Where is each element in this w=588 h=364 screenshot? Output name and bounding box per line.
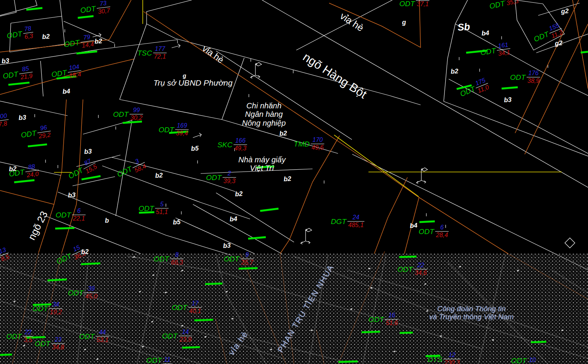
parcel-landuse-code: SKC: [217, 141, 232, 148]
parcel-landuse-code: TSC: [137, 49, 152, 57]
map-line: [374, 177, 407, 254]
parcel-landuse-code: ODT: [113, 111, 128, 118]
parcel-number-area-fraction: 16649,3: [233, 138, 247, 152]
map-line: [444, 101, 588, 156]
parcel-number-area-fraction: 24485,1: [348, 214, 365, 229]
diamond-marker-icon: [565, 238, 575, 248]
landuse-type-label: b2: [235, 190, 243, 197]
landuse-type-label: b4: [230, 216, 238, 222]
parcel-number-area-fraction: 628,4: [435, 224, 449, 239]
map-line: [147, 0, 192, 24]
parcel-label: ODT223,5: [6, 329, 33, 344]
parcel-landuse-code: ODT: [68, 289, 83, 297]
map-line: [352, 154, 588, 270]
parcel-label: ODT866,3: [154, 252, 184, 266]
map-line: [39, 99, 66, 253]
parcel-landuse-code: ODT: [419, 228, 434, 235]
parcel-number-area-fraction: 8521,9: [18, 65, 34, 81]
parcel-number-area-fraction: 2234,6: [414, 262, 427, 276]
parcel-label: ODT925,7: [224, 252, 254, 266]
parcel-landuse-code: ODT: [116, 165, 133, 178]
parcel-number-area-fraction: 1423,9: [179, 329, 192, 343]
parcel-landuse-code: ODT: [480, 47, 496, 56]
parcel-label: ODT551,1: [139, 201, 169, 216]
landuse-type-label: g2: [561, 8, 569, 15]
parcel-label: TSC17772,1: [137, 46, 167, 60]
parcel-label: ODT2234,6: [397, 262, 427, 276]
parcel-landuse-code: ODT: [399, 0, 415, 7]
parcel-number-area-fraction: 8824,0: [24, 163, 40, 179]
landuse-type-label: b4: [482, 30, 490, 37]
parcel-label: ODT37,1: [399, 0, 429, 8]
parcel-number-area-fraction: 12230,3: [443, 352, 460, 364]
landuse-type-label: b2: [9, 165, 17, 172]
parcel-number-area-fraction: 3945,0: [84, 286, 98, 300]
parcel-number-area-fraction: 11: [163, 357, 172, 364]
parcel-number-area-fraction: 10: [528, 357, 537, 364]
parcel-number-area-fraction: 3419,2: [49, 302, 63, 316]
parcel-landuse-code: DTS: [427, 356, 442, 363]
parcel-landuse-code: ODT: [35, 340, 50, 347]
parcel-number-area-fraction: 622,1: [72, 208, 86, 222]
parcel-label: ODT2334,8: [35, 337, 65, 351]
cad-map-viewport[interactable]: ODT7330,7ODT786,3ODT7914,4ODT8521,9ODT10…: [0, 0, 588, 364]
map-line: [0, 0, 37, 15]
landuse-type-label: b2: [284, 175, 292, 182]
parcel-number-area-fraction: 239,3: [223, 170, 236, 185]
parcel-landuse-code: ODT: [159, 126, 174, 133]
map-line: [222, 58, 244, 120]
parcel-number-area-fraction: 17638,9: [527, 70, 540, 84]
landuse-type-label: b: [105, 217, 109, 224]
landuse-type-label: b4: [410, 222, 418, 229]
parcel-number-area-fraction: 9629,2: [36, 124, 52, 140]
parcel-number-area-fraction: 10418,4: [67, 63, 82, 79]
utility-pole-icon: [301, 228, 312, 244]
parcel-label: ODT1740,1: [172, 300, 202, 315]
parcel-landuse-code: ODT: [511, 357, 527, 364]
parcel-landuse-code: ODT: [6, 30, 22, 39]
parcel-number-area-fraction: 16134,1: [496, 41, 511, 57]
landuse-type-label: b3: [19, 114, 27, 121]
parcel-landuse-code: ODT: [56, 211, 71, 219]
parcel-label: ODT1651,6: [368, 312, 399, 327]
parcel-landuse-code: ODT: [32, 305, 48, 312]
parcel-number-area-fraction: 223,5: [23, 329, 33, 344]
parcel-label: ODT17638,9: [510, 70, 540, 84]
parcel-label: TMD17049,6: [294, 137, 324, 151]
landuse-type-label: b2: [42, 33, 50, 40]
parcel-label: ODT1423,9: [162, 329, 192, 343]
parcel-label: ODT239,3: [206, 170, 236, 185]
parcel-label: SKC16649,3: [217, 138, 247, 152]
map-line: [262, 0, 588, 187]
building-name-label: Nhà máy giấyViệt Trì: [238, 155, 286, 173]
landuse-type-label: b2: [95, 38, 103, 45]
landuse-type-label: g2: [555, 40, 563, 47]
parcel-label: ODT622,1: [56, 208, 86, 222]
parcel-landuse-code: ODT: [224, 255, 239, 263]
landuse-type-label: b2: [279, 130, 287, 137]
landuse-type-label: g: [402, 19, 406, 26]
parcel-landuse-code: ODT: [368, 316, 384, 323]
map-line: [0, 0, 16, 16]
map-line: [147, 24, 421, 105]
parcel-number-area-fraction: 17772,1: [153, 46, 167, 60]
parcel-label: DGT24485,1: [331, 214, 364, 229]
parcel-number-area-fraction: 17049,6: [311, 137, 324, 151]
parcel-landuse-code: ODT: [2, 70, 19, 79]
parcel-number-area-fraction: 551,1: [155, 201, 169, 216]
parcel-landuse-code: DGT: [331, 218, 346, 225]
building-name-label: Trụ sở UBND Phường: [153, 78, 232, 88]
parcel-label: ODT9930,2: [113, 107, 143, 121]
parcel-number-area-fraction: 4453,1: [96, 329, 109, 344]
parcel-landuse-code: ODT: [20, 129, 37, 138]
parcel-label: ODT3419,2: [32, 302, 63, 316]
map-line: [296, 0, 392, 50]
parcel-landuse-code: ODT: [67, 166, 84, 180]
map-line: [280, 136, 340, 254]
utility-pole-icon: [250, 62, 262, 78]
map-line: [172, 44, 180, 48]
parcel-number-area-fraction: 786,3: [22, 25, 34, 40]
building-name-label: Công đoàn Thông tinvà Truyền thông Việt …: [429, 305, 514, 321]
parcel-landuse-code: ODT: [56, 252, 73, 265]
parcel-number-area-fraction: 2334,8: [51, 337, 65, 351]
